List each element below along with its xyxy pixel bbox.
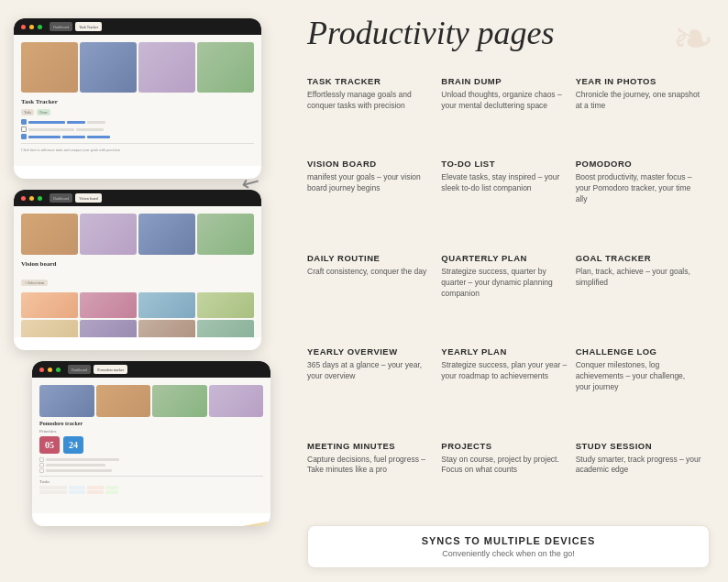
feature-desc-14: Study smarter, track progress – your aca… xyxy=(576,455,702,477)
task-checkbox-2[interactable] xyxy=(21,126,27,132)
feature-desc-6: Craft consistency, conquer the day xyxy=(307,267,434,278)
feature-title-11: CHALLENGE LOG xyxy=(576,346,702,357)
tab-dash-3[interactable]: Dashboard xyxy=(68,365,91,374)
pomo-val-6 xyxy=(105,490,118,494)
feature-desc-3: manifest your goals – your vision board … xyxy=(307,172,434,194)
task-bar-1 xyxy=(28,121,65,124)
feature-todo-list: TO-DO LIST Elevate tasks, stay inspired … xyxy=(441,153,575,247)
maximize-dot-3 xyxy=(56,368,61,372)
priority-check-2[interactable] xyxy=(39,463,44,467)
feature-title-4: TO-DO LIST xyxy=(441,159,568,169)
feature-desc-12: Capture decisions, fuel progress – Take … xyxy=(307,455,434,477)
task-bar-4 xyxy=(28,128,74,131)
feature-title-9: YEARLY OVERVIEW xyxy=(307,346,434,357)
vision-btn[interactable]: + Select item xyxy=(21,280,48,286)
photo-grid xyxy=(21,42,254,93)
pomo-divider xyxy=(39,476,263,477)
pomo-val-1 xyxy=(69,486,85,489)
task-bar-5 xyxy=(76,128,104,131)
feature-year-photos: YEAR IN PHOTOS Chronicle the journey, on… xyxy=(576,71,710,153)
feature-desc-0: Effortlessly manage goals and conquer ta… xyxy=(307,90,434,112)
pomo-seconds: 24 xyxy=(63,436,83,454)
feature-title-6: DAILY ROUTINE xyxy=(307,253,434,263)
pomo-photo-2 xyxy=(96,385,151,417)
pomo-date-1 xyxy=(39,486,67,489)
vision-photo-grid xyxy=(21,214,254,255)
vision-photo-3 xyxy=(138,214,195,255)
photo-cell-3 xyxy=(138,42,195,93)
sync-desc: Conveniently check when on the go! xyxy=(326,549,690,558)
feature-desc-5: Boost productivity, master focus – your … xyxy=(576,172,702,205)
photo-cell-4 xyxy=(197,42,254,93)
priority-bar-1 xyxy=(46,458,119,461)
pomo-val-4 xyxy=(69,490,85,494)
left-panel: Dashboard Task Tracker Task Tracker Todo… xyxy=(0,0,284,582)
pomo-val-3 xyxy=(105,486,118,489)
pomo-photo-4 xyxy=(209,385,264,417)
vision-label: Vision board xyxy=(21,260,254,268)
tab-dash-2[interactable]: Dashboard xyxy=(50,193,72,203)
priority-check-1[interactable] xyxy=(39,457,44,462)
feature-study-session: STUDY SESSION Study smarter, track progr… xyxy=(576,435,710,518)
vision-board-content: Vision board + Select item xyxy=(14,206,261,337)
priority-check-3[interactable] xyxy=(39,468,44,473)
feature-title-8: GOAL TRACKER xyxy=(576,253,702,263)
task-checkbox[interactable] xyxy=(21,119,27,125)
minimize-dot xyxy=(29,25,34,29)
task-footer-text: Click here to add more tasks and conquer… xyxy=(21,148,254,153)
feature-vision-board: VISION BOARD manifest your goals – your … xyxy=(307,153,441,247)
feature-desc-2: Chronicle the journey, one snapshot at a… xyxy=(576,90,702,112)
task-checkbox-3[interactable] xyxy=(21,134,27,139)
feature-desc-8: Plan, track, achieve – your goals, simpl… xyxy=(576,267,702,289)
vision-photo-1 xyxy=(21,214,78,255)
priority-bar-2 xyxy=(46,464,105,467)
feature-task-tracker: TASK TRACKER Effortlessly manage goals a… xyxy=(307,71,441,153)
feature-title-0: TASK TRACKER xyxy=(307,76,434,86)
vision-board-device: Dashboard Vision board Vision board + Se… xyxy=(14,190,261,350)
pomo-timer: 05 24 xyxy=(39,436,263,454)
pomo-photo-1 xyxy=(39,385,94,417)
pomo-priority-label: Priorities xyxy=(39,429,263,434)
tab-pomo[interactable]: Pomodoro tracker xyxy=(94,365,127,374)
sync-title: SYNCS TO MULTIPLE DEVICES xyxy=(326,535,690,546)
tab-dashboard[interactable]: Dashboard xyxy=(50,22,72,31)
feature-goal-tracker: GOAL TRACKER Plan, track, achieve – your… xyxy=(576,247,710,341)
feature-title-5: POMODORO xyxy=(576,159,702,169)
priority-row-1 xyxy=(39,457,263,462)
feature-brain-dump: BRAIN DUMP Unload thoughts, organize cha… xyxy=(441,71,575,153)
pomo-minutes: 05 xyxy=(39,436,60,454)
features-grid: TASK TRACKER Effortlessly manage goals a… xyxy=(307,71,710,518)
content-label: Task Tracker xyxy=(21,98,254,105)
feature-pomodoro: POMODORO Boost productivity, master focu… xyxy=(576,153,710,247)
filter-todo[interactable]: Todo xyxy=(21,109,34,115)
task-row-2 xyxy=(21,126,254,132)
photo-cell-1 xyxy=(21,42,78,93)
minimize-dot-2 xyxy=(29,196,34,201)
feature-title-10: YEARLY PLAN xyxy=(441,346,568,357)
close-dot-2 xyxy=(21,196,26,201)
priority-row-2 xyxy=(39,463,263,467)
tab-task-tracker[interactable]: Task Tracker xyxy=(75,22,102,31)
maximize-dot-2 xyxy=(38,196,42,201)
filter-done[interactable]: Done xyxy=(37,109,50,115)
pomo-table-row-2 xyxy=(39,490,263,494)
pencil-decoration xyxy=(211,519,270,526)
device-top-bar: Dashboard Task Tracker xyxy=(14,18,261,35)
feature-meeting-minutes: MEETING MINUTES Capture decisions, fuel … xyxy=(307,435,441,518)
feature-challenge-log: CHALLENGE LOG Conquer milestones, log ac… xyxy=(576,341,710,434)
feature-desc-10: Strategize success, plan your year – you… xyxy=(441,360,568,382)
pomo-tasks-label: Tasks xyxy=(39,479,263,484)
feature-desc-11: Conquer milestones, log achievements – y… xyxy=(576,360,702,393)
feature-desc-1: Unload thoughts, organize chaos – your m… xyxy=(441,90,568,112)
pomo-photo-grid xyxy=(39,385,263,417)
tab-vision[interactable]: Vision board xyxy=(75,193,102,203)
pomo-table-row-1 xyxy=(39,486,263,489)
feature-title-1: BRAIN DUMP xyxy=(441,76,568,86)
close-dot-3 xyxy=(39,368,44,372)
pomo-title: Pomodoro tracker xyxy=(39,421,263,426)
task-bar-6 xyxy=(28,136,61,138)
pomo-date-2 xyxy=(39,490,67,494)
feature-title-13: PROJECTS xyxy=(441,441,568,451)
feature-title-2: YEAR IN PHOTOS xyxy=(576,76,702,86)
page: Dashboard Task Tracker Task Tracker Todo… xyxy=(0,0,728,582)
